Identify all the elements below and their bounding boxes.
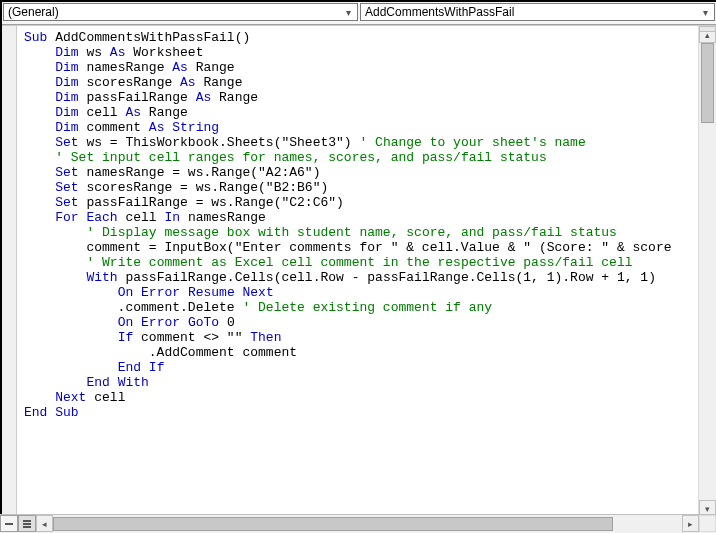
view-mode-buttons — [1, 515, 36, 533]
object-dropdown[interactable]: (General) ▾ — [3, 3, 358, 21]
code-line[interactable]: comment = InputBox("Enter comments for "… — [24, 240, 699, 255]
code-line[interactable]: With passFailRange.Cells(cell.Row - pass… — [24, 270, 699, 285]
chevron-down-icon: ▾ — [698, 7, 712, 18]
svg-rect-2 — [23, 523, 31, 525]
code-line[interactable]: For Each cell In namesRange — [24, 210, 699, 225]
vertical-scroll-thumb[interactable] — [701, 43, 714, 123]
code-line[interactable]: ' Write comment as Excel cell comment in… — [24, 255, 699, 270]
code-line[interactable]: Dim comment As String — [24, 120, 699, 135]
code-line[interactable]: End If — [24, 360, 699, 375]
scrollbar-corner — [699, 515, 716, 532]
procedure-view-button[interactable] — [1, 515, 18, 532]
margin-indicator-bar — [2, 26, 17, 517]
split-handle[interactable] — [699, 26, 716, 32]
svg-rect-0 — [5, 523, 13, 525]
scroll-right-arrow-icon[interactable]: ▸ — [682, 515, 699, 532]
code-line[interactable]: End Sub — [24, 405, 699, 420]
code-line[interactable]: Set namesRange = ws.Range("A2:A6") — [24, 165, 699, 180]
code-line[interactable]: Dim scoresRange As Range — [24, 75, 699, 90]
object-dropdown-value: (General) — [8, 5, 59, 19]
code-line[interactable]: Next cell — [24, 390, 699, 405]
code-line[interactable]: If comment <> "" Then — [24, 330, 699, 345]
code-line[interactable]: .AddComment comment — [24, 345, 699, 360]
horizontal-scrollbar[interactable]: ◂ ▸ — [36, 515, 699, 533]
procedure-dropdown[interactable]: AddCommentsWithPassFail ▾ — [360, 3, 715, 21]
horizontal-scroll-track[interactable] — [53, 515, 682, 533]
code-line[interactable]: On Error GoTo 0 — [24, 315, 699, 330]
procedure-dropdown-value: AddCommentsWithPassFail — [365, 5, 514, 19]
full-module-view-button[interactable] — [18, 515, 36, 532]
code-line[interactable]: On Error Resume Next — [24, 285, 699, 300]
code-line[interactable]: Set scoresRange = ws.Range("B2:B6") — [24, 180, 699, 195]
code-text-area[interactable]: Sub AddCommentsWithPassFail() Dim ws As … — [16, 26, 699, 517]
code-editor[interactable]: Sub AddCommentsWithPassFail() Dim ws As … — [2, 25, 716, 517]
code-line[interactable]: Set ws = ThisWorkbook.Sheets("Sheet3") '… — [24, 135, 699, 150]
code-line[interactable]: Sub AddCommentsWithPassFail() — [24, 30, 699, 45]
svg-rect-3 — [23, 526, 31, 528]
declarations-bar: (General) ▾ AddCommentsWithPassFail ▾ — [2, 2, 716, 25]
chevron-down-icon: ▾ — [341, 7, 355, 18]
code-line[interactable]: Dim ws As Worksheet — [24, 45, 699, 60]
vertical-scroll-track[interactable] — [699, 43, 716, 500]
svg-rect-1 — [23, 520, 31, 522]
code-line[interactable]: Dim passFailRange As Range — [24, 90, 699, 105]
vertical-scrollbar[interactable]: ▴ ▾ — [698, 26, 716, 517]
code-line[interactable]: ' Display message box with student name,… — [24, 225, 699, 240]
code-line[interactable]: End With — [24, 375, 699, 390]
code-line[interactable]: Dim cell As Range — [24, 105, 699, 120]
code-line[interactable]: ' Set input cell ranges for names, score… — [24, 150, 699, 165]
scroll-left-arrow-icon[interactable]: ◂ — [36, 515, 53, 532]
horizontal-scroll-thumb[interactable] — [53, 517, 613, 531]
code-line[interactable]: .comment.Delete ' Delete existing commen… — [24, 300, 699, 315]
code-line[interactable]: Dim namesRange As Range — [24, 60, 699, 75]
code-line[interactable]: Set passFailRange = ws.Range("C2:C6") — [24, 195, 699, 210]
full-module-view-icon — [22, 519, 32, 529]
procedure-view-icon — [4, 520, 14, 528]
bottom-bar: ◂ ▸ — [1, 514, 716, 533]
